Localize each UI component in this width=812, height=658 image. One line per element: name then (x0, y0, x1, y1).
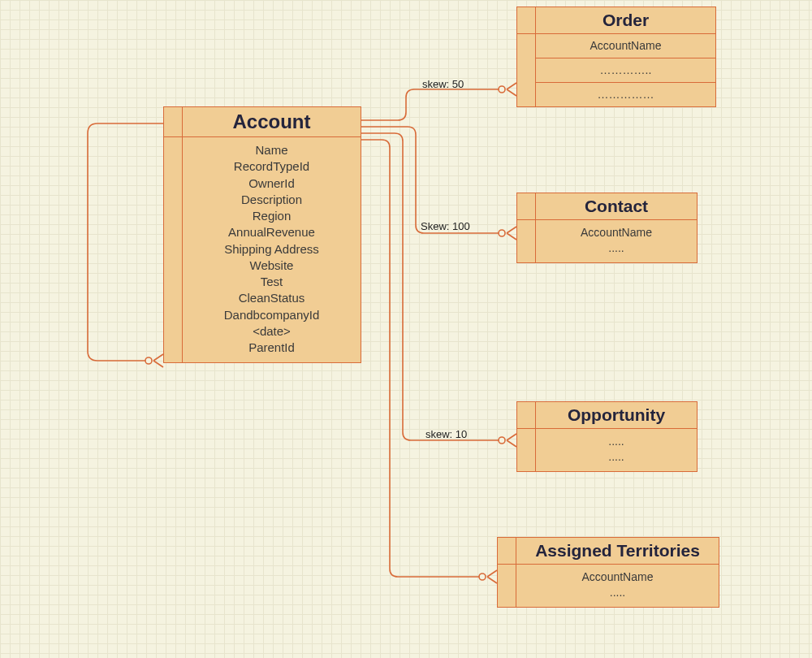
entity-account[interactable]: Account Name RecordTypeId OwnerId Descri… (163, 106, 361, 363)
edge-self-crowfoot (153, 354, 163, 367)
account-attr: RecordTypeId (188, 158, 356, 175)
territories-attr: AccountName (521, 569, 714, 585)
entity-order-attrs: AccountName ………….. …………… (536, 34, 715, 106)
entity-contact[interactable]: Contact AccountName ..... (516, 193, 698, 263)
contact-attr: AccountName (541, 225, 692, 240)
entity-contact-attrs: AccountName ..... (536, 220, 697, 262)
account-attr: Name (188, 142, 356, 158)
account-attr: Website (188, 258, 356, 274)
entity-opportunity-title: Opportunity (536, 402, 697, 428)
entity-territories-attrs: AccountName ..... (516, 565, 719, 607)
entity-order[interactable]: Order AccountName ………….. …………… (516, 6, 716, 107)
edge-account-opportunity (361, 133, 502, 440)
edge-contact-crowfoot (507, 227, 516, 240)
edge-contact-endpoint-circle (499, 230, 505, 236)
account-attr: <date> (188, 323, 356, 340)
entity-opportunity-attrs: ..... ..... (536, 429, 697, 471)
account-attr: AnnualRevenue (188, 224, 356, 240)
edge-label-contact: Skew: 100 (421, 220, 470, 232)
edge-territories-endpoint-circle (479, 574, 486, 580)
account-attr: Region (188, 208, 356, 224)
edge-account-self (88, 123, 163, 361)
edge-label-order: skew: 50 (422, 78, 464, 90)
edge-label-opportunity: skew: 10 (425, 428, 467, 440)
account-attr: DandbcompanyId (188, 307, 356, 323)
order-attr: ………….. (536, 58, 715, 82)
entity-account-title: Account (183, 107, 361, 136)
edge-account-contact (361, 127, 502, 233)
entity-territories[interactable]: Assigned Territories AccountName ..... (497, 537, 719, 608)
account-attr: OwnerId (188, 175, 356, 192)
account-attr: CleanStatus (188, 290, 356, 306)
territories-attr: ..... (521, 585, 714, 600)
edge-order-endpoint-circle (499, 86, 505, 93)
edge-opportunity-endpoint-circle (499, 437, 505, 444)
account-attr: ParentId (188, 340, 356, 356)
entity-account-attrs: Name RecordTypeId OwnerId Description Re… (183, 137, 361, 362)
edge-self-endpoint-circle (145, 357, 152, 364)
edge-account-order (361, 89, 502, 120)
edge-order-crowfoot (507, 83, 516, 96)
opportunity-attr: ..... (541, 434, 692, 449)
opportunity-attr: ..... (541, 449, 692, 465)
order-attr: AccountName (536, 34, 715, 58)
order-attr: …………… (536, 82, 715, 106)
contact-attr: ..... (541, 240, 692, 256)
entity-territories-title: Assigned Territories (516, 538, 719, 564)
edge-account-territories (361, 140, 482, 577)
edge-territories-crowfoot (487, 570, 497, 583)
diagram-canvas: skew: 50 Skew: 100 skew: 10 Account Name… (0, 0, 812, 658)
entity-opportunity[interactable]: Opportunity ..... ..... (516, 401, 698, 472)
edge-opportunity-crowfoot (507, 434, 516, 447)
account-attr: Shipping Address (188, 241, 356, 258)
entity-order-title: Order (536, 7, 715, 33)
account-attr: Description (188, 192, 356, 208)
account-attr: Test (188, 274, 356, 290)
entity-contact-title: Contact (536, 193, 697, 219)
